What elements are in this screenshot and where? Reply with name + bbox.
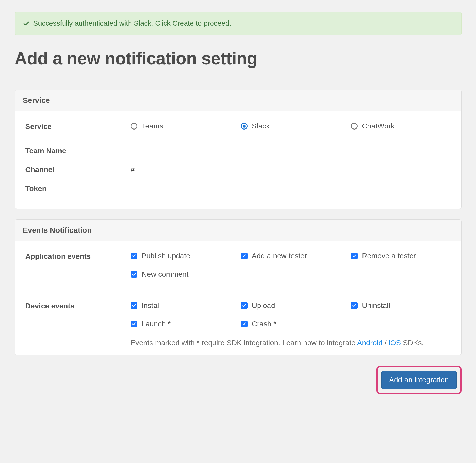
checkbox-icon	[351, 302, 358, 309]
channel-label: Channel	[25, 166, 131, 174]
sdk-link-ios[interactable]: iOS	[389, 339, 401, 347]
device-event-uninstall[interactable]: Uninstall	[351, 301, 451, 310]
title-divider	[15, 79, 462, 79]
radio-icon	[351, 123, 358, 130]
device-event-install[interactable]: Install	[131, 301, 230, 310]
radio-label: ChatWork	[362, 122, 395, 130]
checkbox-label: Remove a tester	[362, 252, 416, 260]
checkbox-label: Upload	[252, 301, 275, 310]
check-icon	[23, 20, 30, 27]
device-event-crash[interactable]: Crash *	[241, 320, 340, 328]
checkbox-label: New comment	[142, 270, 189, 279]
radio-label: Teams	[142, 122, 163, 130]
checkbox-icon	[351, 253, 358, 259]
submit-highlight-frame: Add an integration	[376, 366, 461, 394]
service-card: Service Service Teams Slack	[15, 90, 462, 209]
checkbox-icon	[241, 321, 248, 327]
sdk-link-android[interactable]: Android	[357, 339, 383, 347]
checkbox-label: Publish update	[142, 252, 190, 260]
device-event-upload[interactable]: Upload	[241, 301, 340, 310]
channel-hash-prefix: #	[131, 166, 135, 174]
service-radio-teams[interactable]: Teams	[131, 122, 230, 130]
checkbox-label: Crash *	[252, 320, 276, 328]
app-event-remove-tester[interactable]: Remove a tester	[351, 252, 451, 260]
device-events-label: Device events	[25, 301, 131, 310]
app-event-add-tester[interactable]: Add a new tester	[241, 252, 340, 260]
sdk-note-prefix: Events marked with * require SDK integra…	[131, 339, 357, 347]
checkbox-label: Add a new tester	[252, 252, 307, 260]
checkbox-label: Launch *	[142, 320, 171, 328]
application-events-label: Application events	[25, 252, 131, 261]
checkbox-icon	[131, 321, 137, 327]
service-card-header: Service	[15, 90, 461, 111]
service-label: Service	[25, 122, 131, 131]
sdk-note-sep: /	[382, 339, 388, 347]
checkbox-icon	[241, 253, 248, 259]
alert-success-text: Successfully authenticated with Slack. C…	[33, 19, 231, 28]
radio-icon	[241, 123, 248, 130]
sdk-note-suffix: SDKs.	[401, 339, 424, 347]
alert-success-banner: Successfully authenticated with Slack. C…	[15, 12, 462, 35]
radio-label: Slack	[252, 122, 270, 130]
radio-icon	[131, 123, 137, 130]
checkbox-label: Install	[142, 301, 161, 310]
events-card: Events Notification Application events P…	[15, 219, 462, 355]
page-title: Add a new notification setting	[15, 48, 462, 68]
add-integration-button[interactable]: Add an integration	[381, 371, 456, 389]
checkbox-icon	[241, 302, 248, 309]
checkbox-label: Uninstall	[362, 301, 390, 310]
team-name-label: Team Name	[25, 147, 131, 155]
service-radio-slack[interactable]: Slack	[241, 122, 340, 130]
token-label: Token	[25, 184, 131, 193]
checkbox-icon	[131, 302, 137, 309]
checkbox-icon	[131, 253, 137, 259]
events-card-header: Events Notification	[15, 220, 461, 241]
service-radio-chatwork[interactable]: ChatWork	[351, 122, 451, 130]
sdk-note: Events marked with * require SDK integra…	[25, 331, 451, 347]
app-event-new-comment[interactable]: New comment	[131, 270, 230, 279]
events-divider	[25, 292, 451, 292]
app-event-publish-update[interactable]: Publish update	[131, 252, 230, 260]
device-event-launch[interactable]: Launch *	[131, 320, 230, 328]
channel-value: #	[131, 166, 451, 174]
checkbox-icon	[131, 271, 137, 278]
